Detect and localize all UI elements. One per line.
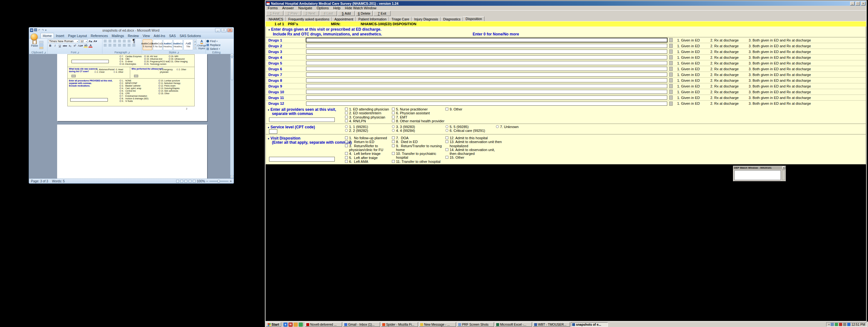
checkbox-option[interactable]: 13. Admit to observation unit then hospi… [445,140,502,148]
checkbox-icon[interactable] [445,148,448,151]
delete-button[interactable]: 6Delete [355,11,373,16]
checkbox-icon[interactable] [392,112,395,114]
dialog-launcher-icon[interactable] [77,52,79,53]
grow-font-icon[interactable]: A▴ [88,39,93,43]
document-page-3[interactable] [57,124,207,179]
taskbar-button-new-message[interactable]: New Message - ... [419,322,456,327]
shrink-font-icon[interactable]: A▾ [93,39,97,43]
underline-icon[interactable]: U [58,44,62,48]
font-size-select[interactable]: 12▾ [80,39,88,43]
tab-triage-care[interactable]: Triage Care [389,17,412,21]
drug-input[interactable] [306,61,667,65]
bullets-icon[interactable] [103,39,107,43]
checkbox-icon[interactable] [392,140,395,143]
quick-launch-icon[interactable]: e [283,323,287,327]
draft-view-icon[interactable] [193,180,196,183]
checkbox-option[interactable]: 14. Admit to observation unit, then disc… [445,148,502,155]
taskbar-button-mozilla[interactable]: Spider - Mozilla Fi... [381,322,418,327]
radio-option[interactable]: 7. Unknown [496,125,519,129]
minimize-button[interactable]: _ [850,2,855,5]
checkbox-option[interactable]: 3. Consulting physician [345,115,389,119]
checkbox-icon[interactable] [345,108,348,111]
font-color-icon[interactable]: A [88,44,93,48]
select-button[interactable]: Select ▾ [207,47,226,51]
tray-icon[interactable] [847,323,850,326]
full-screen-view-icon[interactable] [180,180,183,183]
checkbox-option[interactable]: 15. Other [445,155,502,159]
checkbox-option[interactable]: 1. No follow-up planned [345,136,387,140]
drug-input[interactable] [306,95,667,100]
close-button[interactable]: × [227,28,232,32]
multilevel-list-icon[interactable] [113,39,117,43]
radio-option[interactable]: 5. 5 (99285) [445,125,485,129]
vertical-scrollbar[interactable]: ▴ ▾ [230,54,234,179]
exit-button[interactable]: 7Exit [373,11,391,16]
start-button[interactable]: Start [266,322,281,327]
drug-input[interactable] [306,90,667,94]
checkbox-option[interactable]: 8. Died in ED [392,140,442,144]
taskbar-button-prf-screenshots[interactable]: PRF Screen Shots [457,322,494,327]
checkbox-option[interactable]: 2. Return to ED [345,140,387,144]
print-layout-view-icon[interactable] [176,180,179,183]
tab-injury-diagnosis[interactable]: Injury Diagnosis [412,17,441,21]
numbering-icon[interactable] [108,39,112,43]
checkbox-option[interactable]: 8. Other mental health provider [392,119,444,123]
next-button[interactable]: 3Next [302,11,319,16]
scrollbar-thumb[interactable] [231,58,233,80]
line-spacing-icon[interactable] [122,43,126,47]
dialog-launcher-icon[interactable] [177,52,179,53]
drug-input[interactable] [306,44,667,48]
checkbox-option[interactable]: 1. ED attending physician [345,107,389,111]
checkbox-option[interactable]: 4. Left before triage [345,152,387,155]
radio-icon[interactable] [445,129,448,132]
ribbon-tab-sas-solutions[interactable]: SAS Solutions [178,33,203,38]
tray-icon[interactable] [835,323,838,326]
tray-icon[interactable] [831,323,834,326]
close-icon[interactable]: × [782,167,785,169]
radio-icon[interactable] [345,125,348,128]
undo-icon[interactable]: ↶ [38,29,41,32]
office-button[interactable] [30,33,38,41]
checkbox-option[interactable]: 10. Transfer to psychiatric hospital [392,152,442,159]
find-button[interactable]: Find ▾ [207,39,226,43]
taskbar-button-gmail[interactable]: Gmail - Inbox (1)... [343,322,380,327]
checkbox-icon[interactable] [345,140,348,143]
radio-icon[interactable] [496,125,499,128]
style-normal[interactable]: AaBbCcDc ¶ Normal [143,39,152,50]
increase-indent-icon[interactable] [122,39,126,43]
zoom-slider-thumb[interactable] [218,180,220,183]
checkbox-icon[interactable] [345,156,348,159]
drug-input[interactable] [306,55,667,59]
checkbox-option[interactable]: 7. DOA [392,136,442,140]
checkbox-icon[interactable] [392,152,395,155]
checkbox-icon[interactable] [392,108,395,111]
dep-watch-titlebar[interactable]: DEP Watch Window - 00020101 × [733,166,786,170]
drug-input[interactable] [306,38,667,42]
checkbox-icon[interactable] [345,144,348,147]
align-center-icon[interactable] [108,43,112,47]
drug-input[interactable] [306,78,667,82]
radio-option[interactable]: 6. Critical care (99291) [445,129,485,132]
tab-diagnostics[interactable]: Diagnostics [441,17,463,21]
drug-input[interactable] [306,101,667,106]
cut-icon[interactable] [39,41,43,43]
tab-frequently-asked-questions[interactable]: Frequently asked questions [286,17,332,21]
zoom-slider[interactable] [209,181,228,182]
style-heading-1[interactable]: AaBbC Heading 1 [163,39,173,50]
checkbox-icon[interactable] [392,160,395,163]
gallery-expand-icon[interactable]: ▾ [194,46,196,50]
taskbar-button-excel[interactable]: Microsoft Excel -... [495,322,532,327]
first-button[interactable]: 1First [266,11,283,16]
radio-icon[interactable] [392,129,395,132]
checkbox-icon[interactable] [345,119,348,122]
subscript-icon[interactable]: x₂ [68,44,72,48]
menu-hide-watch-window[interactable]: Hide Watch Window [343,6,379,10]
checkbox-icon[interactable] [445,156,448,159]
page-indicator[interactable]: Page: 3 of 3 [31,179,48,183]
decrease-indent-icon[interactable] [118,39,122,43]
survey-titlebar[interactable]: National Hospital Ambulatory Medical Car… [266,1,866,6]
ribbon-tab-home[interactable]: Home [40,33,54,38]
checkbox-option[interactable]: 11. Transfer to other hospital [392,160,442,164]
show-paragraph-marks-icon[interactable]: ¶ [132,39,136,43]
ribbon-tab-view[interactable]: View [141,33,152,38]
